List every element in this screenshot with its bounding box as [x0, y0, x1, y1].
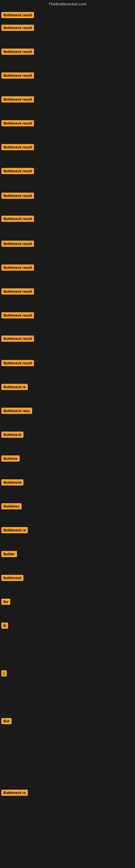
- empty-row-32: [0, 741, 135, 760]
- bottleneck-badge-19[interactable]: Bottleneck: [1, 432, 24, 438]
- bottleneck-badge-22[interactable]: Bottlenec: [1, 503, 21, 509]
- bottleneck-badge-14[interactable]: Bottleneck result: [1, 312, 34, 318]
- results-list: Bottleneck resultBottleneck resultBottle…: [0, 8, 135, 862]
- result-row-26: Bo: [0, 597, 135, 616]
- result-row-16: Bottleneck result: [0, 359, 135, 378]
- bottleneck-badge-27[interactable]: B: [1, 622, 8, 629]
- bottleneck-badge-3[interactable]: Bottleneck result: [1, 49, 34, 55]
- bottleneck-badge-1[interactable]: Bottleneck result: [1, 12, 34, 18]
- result-row-10: Bottleneck result: [0, 214, 135, 233]
- result-row-12: Bottleneck result: [0, 263, 135, 282]
- result-row-2: Bottleneck result: [0, 23, 135, 42]
- result-row-21: Bottleneck: [0, 478, 135, 497]
- result-row-25: Bottleneck: [0, 574, 135, 592]
- bottleneck-badge-29[interactable]: |: [1, 670, 7, 677]
- result-row-23: Bottleneck re: [0, 526, 135, 545]
- result-row-20: Bottlene: [0, 454, 135, 473]
- result-row-34: Bottleneck re: [0, 788, 135, 807]
- bottleneck-badge-24[interactable]: Bottler: [1, 551, 17, 557]
- bottleneck-badge-6[interactable]: Bottleneck result: [1, 120, 34, 126]
- bottleneck-badge-25[interactable]: Bottleneck: [1, 575, 24, 581]
- empty-row-37: [0, 860, 135, 868]
- bottleneck-badge-18[interactable]: Bottleneck resu: [1, 408, 32, 414]
- result-row-7: Bottleneck result: [0, 143, 135, 162]
- bottleneck-badge-13[interactable]: Bottleneck result: [1, 288, 34, 294]
- bottleneck-badge-26[interactable]: Bo: [1, 599, 10, 605]
- bottleneck-badge-34[interactable]: Bottleneck re: [1, 789, 28, 796]
- result-row-29: |: [0, 669, 135, 688]
- empty-row-33: [0, 764, 135, 783]
- empty-row-30: [0, 693, 135, 712]
- result-row-14: Bottleneck result: [0, 311, 135, 330]
- result-row-4: Bottleneck result: [0, 71, 135, 90]
- empty-row-35: [0, 812, 135, 831]
- result-row-22: Bottlenec: [0, 502, 135, 521]
- bottleneck-badge-10[interactable]: Bottleneck result: [1, 216, 34, 222]
- result-row-8: Bottleneck result: [0, 166, 135, 186]
- bottleneck-badge-23[interactable]: Bottleneck re: [1, 527, 28, 533]
- bottleneck-badge-21[interactable]: Bottleneck: [1, 479, 24, 486]
- bottleneck-badge-9[interactable]: Bottleneck result: [1, 193, 34, 199]
- result-row-27: B: [0, 621, 135, 640]
- bottleneck-badge-16[interactable]: Bottleneck result: [1, 360, 34, 366]
- result-row-17: Bottleneck re: [0, 382, 135, 401]
- page-wrapper: TheBottlenecker.com Bottleneck resultBot…: [0, 0, 135, 868]
- result-row-18: Bottleneck resu: [0, 406, 135, 425]
- result-row-5: Bottleneck result: [0, 95, 135, 114]
- bottleneck-badge-5[interactable]: Bottleneck result: [1, 96, 34, 102]
- bottleneck-badge-15[interactable]: Bottleneck result: [1, 336, 34, 342]
- bottleneck-badge-11[interactable]: Bottleneck result: [1, 241, 34, 247]
- bottleneck-badge-20[interactable]: Bottlene: [1, 456, 20, 462]
- result-row-11: Bottleneck result: [0, 239, 135, 258]
- result-row-9: Bottleneck result: [0, 191, 135, 210]
- result-row-31: Bot: [0, 717, 135, 736]
- empty-row-36: [0, 836, 135, 855]
- result-row-24: Bottler: [0, 550, 135, 568]
- result-row-15: Bottleneck result: [0, 334, 135, 353]
- bottleneck-badge-7[interactable]: Bottleneck result: [1, 144, 34, 150]
- result-row-13: Bottleneck result: [0, 287, 135, 306]
- result-row-19: Bottleneck: [0, 430, 135, 449]
- empty-row-28: [0, 645, 135, 664]
- site-title: TheBottlenecker.com: [0, 0, 135, 8]
- result-row-3: Bottleneck result: [0, 47, 135, 66]
- bottleneck-badge-12[interactable]: Bottleneck result: [1, 265, 34, 271]
- bottleneck-badge-2[interactable]: Bottleneck result: [1, 25, 34, 31]
- bottleneck-badge-8[interactable]: Bottleneck result: [1, 168, 34, 174]
- bottleneck-badge-31[interactable]: Bot: [1, 718, 12, 724]
- bottleneck-badge-4[interactable]: Bottleneck result: [1, 72, 34, 79]
- bottleneck-badge-17[interactable]: Bottleneck re: [1, 384, 28, 390]
- result-row-6: Bottleneck result: [0, 119, 135, 138]
